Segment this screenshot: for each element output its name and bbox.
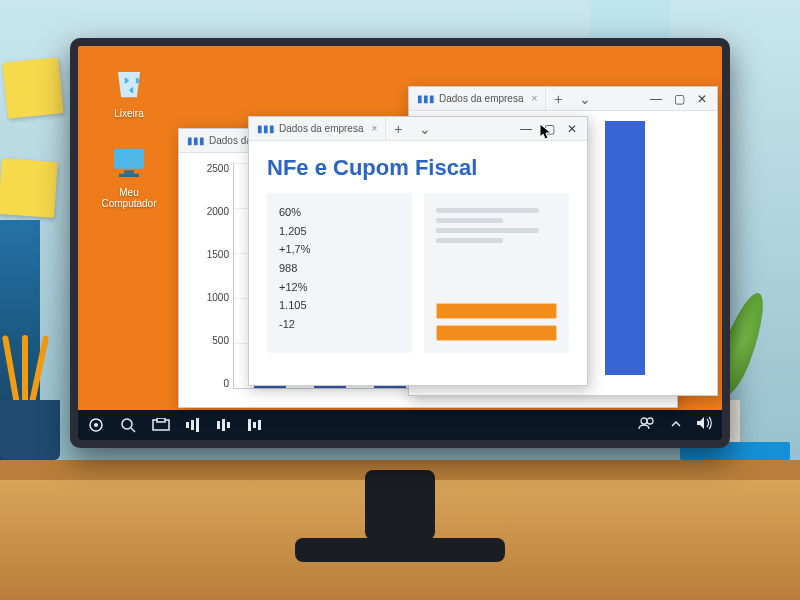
taskbar[interactable]	[78, 410, 722, 440]
people-tray-icon[interactable]	[638, 416, 656, 434]
action-button-secondary[interactable]	[436, 325, 557, 341]
svg-rect-0	[114, 149, 144, 169]
search-button[interactable]	[120, 417, 136, 433]
computer-label: Meu Computador	[101, 187, 156, 209]
sticky-note-icon	[2, 57, 64, 119]
stat-value: +12%	[279, 278, 400, 297]
tab-label: Dados da empresa	[439, 93, 524, 104]
bar	[605, 121, 645, 375]
tabs-menu-button[interactable]: ⌄	[411, 121, 439, 137]
svg-point-10	[647, 418, 653, 424]
titlebar[interactable]: ▮▮▮ Dados da empresa × + ⌄ — ▢ ✕	[409, 87, 717, 111]
trash-label: Lixeira	[114, 108, 143, 119]
y-tick: 500	[189, 335, 229, 346]
monitor-base	[295, 538, 505, 562]
maximize-button[interactable]: ▢	[674, 92, 685, 106]
svg-rect-8	[157, 418, 165, 422]
stats-card-left: 60% 1.205 +1,7% 988 +12% 1.105 -12	[267, 193, 412, 353]
chart-icon: ▮▮▮	[417, 93, 435, 104]
window-b[interactable]: ▮▮▮ Dados da empresa × + ⌄ — ▢ ✕ NFe e C…	[248, 116, 588, 386]
my-computer-shortcut[interactable]: Meu Computador	[94, 141, 164, 209]
svg-rect-2	[119, 174, 139, 177]
start-button[interactable]	[88, 417, 104, 433]
svg-point-5	[122, 419, 132, 429]
cursor-icon	[539, 123, 553, 141]
action-button-primary[interactable]	[436, 303, 557, 319]
minimize-button[interactable]: —	[520, 122, 532, 136]
chart-icon: ▮▮▮	[257, 123, 275, 134]
taskbar-app-chart[interactable]	[186, 418, 201, 432]
close-button[interactable]: ✕	[697, 92, 707, 106]
y-tick: 2000	[189, 206, 229, 217]
desktop[interactable]: Lixeira Meu Computador ▮▮▮ Dados da empr…	[78, 46, 722, 440]
tray-chevron-up-icon[interactable]	[670, 416, 682, 434]
tab[interactable]: ▮▮▮ Dados da empresa ×	[249, 117, 386, 140]
svg-point-9	[641, 418, 647, 424]
svg-rect-1	[124, 170, 134, 173]
stat-value: +1,7%	[279, 240, 400, 259]
tabs-menu-button[interactable]: ⌄	[571, 91, 599, 107]
tab-label: Dados da empresa	[279, 123, 364, 134]
minimize-button[interactable]: —	[650, 92, 662, 106]
monitor-frame: Lixeira Meu Computador ▮▮▮ Dados da empr…	[70, 38, 730, 448]
page-title: NFe e Cupom Fiscal	[267, 155, 569, 181]
stat-value: 1.205	[279, 222, 400, 241]
stat-value: -12	[279, 315, 400, 334]
stats-card-right	[424, 193, 569, 353]
stat-value: 1.105	[279, 296, 400, 315]
svg-point-4	[94, 423, 98, 427]
svg-line-6	[131, 428, 135, 432]
new-tab-button[interactable]: +	[546, 91, 570, 107]
y-axis: 2500 2000 1500 1000 500 0	[189, 163, 229, 389]
computer-icon	[108, 141, 150, 183]
titlebar[interactable]: ▮▮▮ Dados da empresa × + ⌄ — ▢ ✕	[249, 117, 587, 141]
pencil-cup-icon	[0, 400, 60, 460]
stat-value: 988	[279, 259, 400, 278]
taskbar-app-chart[interactable]	[248, 419, 263, 431]
trash-shortcut[interactable]: Lixeira	[94, 62, 164, 119]
monitor-stand	[365, 470, 435, 540]
tab-close-icon[interactable]: ×	[532, 93, 538, 104]
stat-value: 60%	[279, 203, 400, 222]
y-tick: 2500	[189, 163, 229, 174]
new-tab-button[interactable]: +	[386, 121, 410, 137]
pencil-icon	[22, 335, 28, 405]
y-tick: 0	[189, 378, 229, 389]
tab[interactable]: ▮▮▮ Dados da empresa ×	[409, 87, 546, 110]
volume-icon[interactable]	[696, 416, 712, 434]
recycle-bin-icon	[108, 62, 150, 104]
y-tick: 1000	[189, 292, 229, 303]
chart-icon: ▮▮▮	[187, 135, 205, 146]
taskbar-app-chart[interactable]	[217, 419, 232, 431]
tab-close-icon[interactable]: ×	[372, 123, 378, 134]
task-view-button[interactable]	[152, 418, 170, 432]
close-button[interactable]: ✕	[567, 122, 577, 136]
sticky-note-icon	[0, 158, 58, 218]
y-tick: 1500	[189, 249, 229, 260]
